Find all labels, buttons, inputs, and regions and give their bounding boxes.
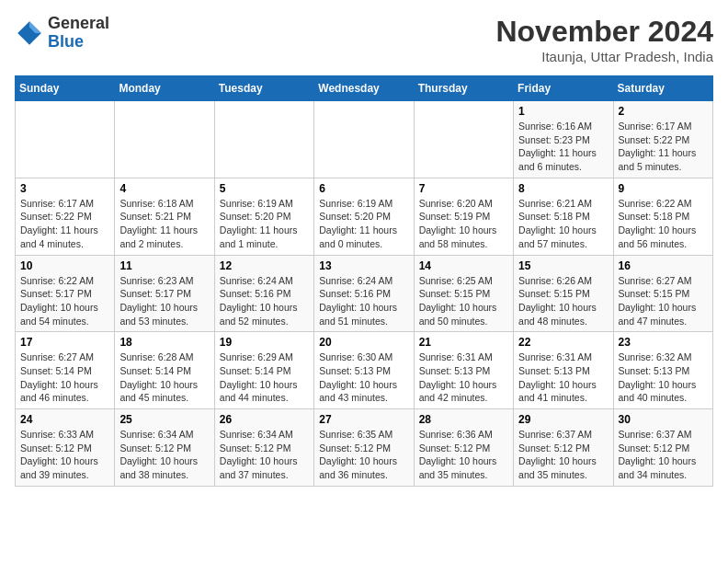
month-title: November 2024: [495, 15, 713, 49]
day-number: 25: [119, 413, 209, 426]
day-info: Sunrise: 6:33 AM Sunset: 5:12 PM Dayligh…: [20, 428, 109, 482]
day-info: Sunrise: 6:24 AM Sunset: 5:16 PM Dayligh…: [319, 274, 408, 328]
calendar-cell: 13Sunrise: 6:24 AM Sunset: 5:16 PM Dayli…: [314, 255, 414, 332]
day-info: Sunrise: 6:30 AM Sunset: 5:13 PM Dayligh…: [319, 350, 408, 405]
day-number: 3: [20, 182, 109, 195]
day-info: Sunrise: 6:27 AM Sunset: 5:14 PM Dayligh…: [20, 350, 109, 405]
day-info: Sunrise: 6:31 AM Sunset: 5:13 PM Dayligh…: [518, 350, 608, 405]
day-info: Sunrise: 6:29 AM Sunset: 5:14 PM Dayligh…: [220, 350, 309, 405]
day-info: Sunrise: 6:32 AM Sunset: 5:13 PM Dayligh…: [619, 350, 708, 405]
calendar-week-row: 24Sunrise: 6:33 AM Sunset: 5:12 PM Dayli…: [16, 409, 713, 487]
calendar-cell: 8Sunrise: 6:21 AM Sunset: 5:18 PM Daylig…: [514, 178, 613, 255]
day-of-week-header: Monday: [115, 76, 214, 101]
day-number: 1: [518, 105, 608, 118]
day-of-week-header: Friday: [514, 76, 613, 101]
day-number: 24: [20, 413, 109, 426]
logo: General Blue: [15, 15, 109, 52]
day-of-week-header: Thursday: [414, 76, 513, 101]
day-number: 19: [220, 336, 309, 349]
calendar-cell: 1Sunrise: 6:16 AM Sunset: 5:23 PM Daylig…: [514, 101, 613, 178]
day-info: Sunrise: 6:22 AM Sunset: 5:18 PM Dayligh…: [619, 197, 708, 251]
day-number: 27: [319, 413, 408, 426]
day-number: 7: [419, 182, 508, 195]
calendar-cell: 11Sunrise: 6:23 AM Sunset: 5:17 PM Dayli…: [115, 255, 214, 332]
day-info: Sunrise: 6:20 AM Sunset: 5:19 PM Dayligh…: [419, 197, 508, 251]
day-of-week-header: Tuesday: [214, 76, 313, 101]
calendar-cell: 10Sunrise: 6:22 AM Sunset: 5:17 PM Dayli…: [16, 255, 115, 332]
day-number: 6: [319, 182, 408, 195]
day-info: Sunrise: 6:21 AM Sunset: 5:18 PM Dayligh…: [518, 197, 608, 251]
day-number: 21: [419, 336, 508, 349]
day-info: Sunrise: 6:34 AM Sunset: 5:12 PM Dayligh…: [119, 428, 209, 482]
page-header: General Blue November 2024 Itaunja, Utta…: [15, 15, 713, 64]
day-info: Sunrise: 6:36 AM Sunset: 5:12 PM Dayligh…: [419, 428, 508, 482]
day-number: 12: [220, 259, 309, 272]
day-number: 23: [619, 336, 708, 349]
calendar-cell: [214, 101, 313, 178]
day-number: 5: [220, 182, 309, 195]
calendar-cell: 6Sunrise: 6:19 AM Sunset: 5:20 PM Daylig…: [314, 178, 414, 255]
day-info: Sunrise: 6:22 AM Sunset: 5:17 PM Dayligh…: [20, 274, 109, 328]
calendar-table: SundayMondayTuesdayWednesdayThursdayFrid…: [15, 75, 713, 487]
calendar-cell: 5Sunrise: 6:19 AM Sunset: 5:20 PM Daylig…: [214, 178, 313, 255]
day-number: 9: [619, 182, 708, 195]
calendar-cell: 19Sunrise: 6:29 AM Sunset: 5:14 PM Dayli…: [214, 332, 313, 409]
day-info: Sunrise: 6:31 AM Sunset: 5:13 PM Dayligh…: [419, 350, 508, 405]
day-number: 16: [619, 259, 708, 272]
logo-icon: [15, 18, 44, 48]
day-number: 15: [518, 259, 608, 272]
calendar-week-row: 17Sunrise: 6:27 AM Sunset: 5:14 PM Dayli…: [16, 332, 713, 409]
calendar-cell: 15Sunrise: 6:26 AM Sunset: 5:15 PM Dayli…: [514, 255, 613, 332]
day-info: Sunrise: 6:16 AM Sunset: 5:23 PM Dayligh…: [518, 120, 608, 174]
day-number: 13: [319, 259, 408, 272]
calendar-cell: 17Sunrise: 6:27 AM Sunset: 5:14 PM Dayli…: [16, 332, 115, 409]
calendar-cell: 14Sunrise: 6:25 AM Sunset: 5:15 PM Dayli…: [414, 255, 513, 332]
day-number: 22: [518, 336, 608, 349]
day-info: Sunrise: 6:17 AM Sunset: 5:22 PM Dayligh…: [619, 120, 708, 174]
calendar-cell: 4Sunrise: 6:18 AM Sunset: 5:21 PM Daylig…: [115, 178, 214, 255]
calendar-cell: [115, 101, 214, 178]
day-info: Sunrise: 6:35 AM Sunset: 5:12 PM Dayligh…: [319, 428, 408, 482]
calendar-cell: 21Sunrise: 6:31 AM Sunset: 5:13 PM Dayli…: [414, 332, 513, 409]
day-info: Sunrise: 6:25 AM Sunset: 5:15 PM Dayligh…: [419, 274, 508, 328]
day-of-week-header: Sunday: [16, 76, 115, 101]
day-info: Sunrise: 6:18 AM Sunset: 5:21 PM Dayligh…: [119, 197, 209, 251]
day-number: 17: [20, 336, 109, 349]
day-number: 28: [419, 413, 508, 426]
day-of-week-header: Wednesday: [314, 76, 414, 101]
calendar-cell: 18Sunrise: 6:28 AM Sunset: 5:14 PM Dayli…: [115, 332, 214, 409]
day-info: Sunrise: 6:28 AM Sunset: 5:14 PM Dayligh…: [119, 350, 209, 405]
calendar-cell: 22Sunrise: 6:31 AM Sunset: 5:13 PM Dayli…: [514, 332, 613, 409]
calendar-cell: 27Sunrise: 6:35 AM Sunset: 5:12 PM Dayli…: [314, 409, 414, 487]
calendar-body: 1Sunrise: 6:16 AM Sunset: 5:23 PM Daylig…: [16, 101, 713, 487]
calendar-cell: 30Sunrise: 6:37 AM Sunset: 5:12 PM Dayli…: [613, 409, 712, 487]
logo-text: General Blue: [48, 15, 109, 52]
calendar-cell: 3Sunrise: 6:17 AM Sunset: 5:22 PM Daylig…: [16, 178, 115, 255]
calendar-cell: 12Sunrise: 6:24 AM Sunset: 5:16 PM Dayli…: [214, 255, 313, 332]
day-number: 26: [220, 413, 309, 426]
calendar-week-row: 1Sunrise: 6:16 AM Sunset: 5:23 PM Daylig…: [16, 101, 713, 178]
calendar-cell: 23Sunrise: 6:32 AM Sunset: 5:13 PM Dayli…: [613, 332, 712, 409]
calendar-cell: 20Sunrise: 6:30 AM Sunset: 5:13 PM Dayli…: [314, 332, 414, 409]
day-number: 30: [619, 413, 708, 426]
day-number: 18: [119, 336, 209, 349]
day-info: Sunrise: 6:17 AM Sunset: 5:22 PM Dayligh…: [20, 197, 109, 251]
day-number: 29: [518, 413, 608, 426]
day-number: 20: [319, 336, 408, 349]
calendar-week-row: 10Sunrise: 6:22 AM Sunset: 5:17 PM Dayli…: [16, 255, 713, 332]
day-number: 8: [518, 182, 608, 195]
calendar-header-row: SundayMondayTuesdayWednesdayThursdayFrid…: [16, 76, 713, 101]
day-info: Sunrise: 6:23 AM Sunset: 5:17 PM Dayligh…: [119, 274, 209, 328]
day-info: Sunrise: 6:37 AM Sunset: 5:12 PM Dayligh…: [619, 428, 708, 482]
day-number: 10: [20, 259, 109, 272]
calendar-cell: 9Sunrise: 6:22 AM Sunset: 5:18 PM Daylig…: [613, 178, 712, 255]
day-info: Sunrise: 6:34 AM Sunset: 5:12 PM Dayligh…: [220, 428, 309, 482]
day-of-week-header: Saturday: [613, 76, 712, 101]
calendar-cell: [16, 101, 115, 178]
calendar-cell: 28Sunrise: 6:36 AM Sunset: 5:12 PM Dayli…: [414, 409, 513, 487]
calendar-cell: 26Sunrise: 6:34 AM Sunset: 5:12 PM Dayli…: [214, 409, 313, 487]
calendar-cell: 16Sunrise: 6:27 AM Sunset: 5:15 PM Dayli…: [613, 255, 712, 332]
day-number: 11: [119, 259, 209, 272]
calendar-cell: 25Sunrise: 6:34 AM Sunset: 5:12 PM Dayli…: [115, 409, 214, 487]
day-info: Sunrise: 6:37 AM Sunset: 5:12 PM Dayligh…: [518, 428, 608, 482]
